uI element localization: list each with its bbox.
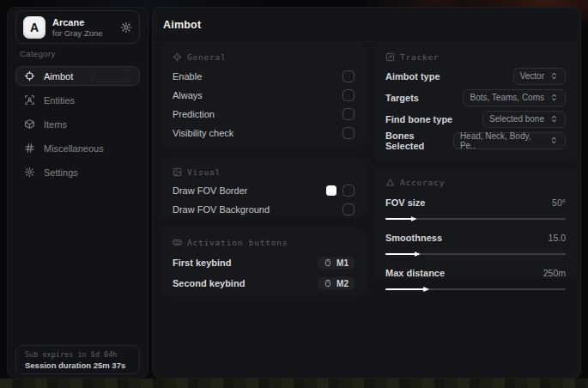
- setting-label: Targets: [385, 93, 419, 103]
- draw-fov-background-checkbox[interactable]: [342, 203, 355, 215]
- general-panel: General Enable Always Prediction Visibil…: [161, 42, 367, 147]
- setting-label: Draw FOV Background: [173, 204, 270, 215]
- sidebar-item-items[interactable]: Items: [15, 114, 140, 134]
- accuracy-panel-header: Accuracy: [385, 177, 566, 187]
- sidebar-item-settings[interactable]: Settings: [15, 162, 140, 182]
- prediction-checkbox[interactable]: [342, 108, 355, 120]
- slider-value: 50°: [552, 197, 566, 208]
- tracker-panel: Tracker Aimbot type Vector Targets: [373, 42, 578, 161]
- draw-fov-border-checkbox[interactable]: [342, 185, 355, 197]
- panel-title: Activation buttons: [187, 238, 288, 247]
- panel-title: Visual: [187, 167, 221, 177]
- fov-size-slider[interactable]: [385, 215, 566, 222]
- app-tagline: for Gray Zone: [52, 28, 103, 38]
- slider-group: Smoothness 15.0: [385, 231, 566, 258]
- setting-label: Find bone type: [385, 114, 452, 124]
- slider-group: Max distance 250m: [385, 266, 566, 293]
- image-icon: [173, 167, 182, 177]
- activation-panel-header: Activation buttons: [173, 237, 355, 247]
- max-distance-slider[interactable]: [385, 286, 566, 293]
- setting-label: Always: [173, 90, 203, 100]
- always-checkbox[interactable]: [342, 89, 355, 101]
- select-value: Vector: [520, 71, 544, 81]
- panel-title: Accuracy: [400, 178, 445, 187]
- select-value: Head, Neck, Body, Pe..: [460, 131, 545, 150]
- app-name: Arcane: [52, 17, 103, 28]
- find-bone-type-select[interactable]: Selected bone: [482, 111, 566, 128]
- chevrons-up-down-icon: [549, 136, 559, 145]
- tracker-panel-header: Tracker: [385, 52, 566, 62]
- mouse-icon: [324, 258, 332, 267]
- setting-row: Enable: [173, 67, 355, 86]
- sidebar-item-label: Entities: [44, 95, 75, 106]
- visibility-check-checkbox[interactable]: [342, 127, 355, 139]
- setting-label: Bones Selected: [385, 130, 453, 151]
- package-icon: [24, 118, 35, 130]
- setting-label: Draw FOV Border: [173, 185, 247, 196]
- session-duration-text: Session duration 25m 37s: [25, 360, 130, 371]
- slider-value: 15.0: [549, 233, 566, 243]
- category-label: Category: [20, 49, 148, 59]
- setting-label: Second keybind: [173, 278, 245, 288]
- mouse-icon: [324, 279, 332, 288]
- general-panel-header: General: [173, 52, 355, 62]
- visual-panel: Visual Draw FOV Border Draw FOV Backgrou…: [161, 157, 367, 217]
- setting-label: Prediction: [173, 109, 215, 119]
- sidebar-item-aimbot[interactable]: Aimbot: [15, 66, 140, 86]
- keybind-row: Second keybind M2: [173, 273, 355, 294]
- accuracy-panel: Accuracy FOV size 50° Smoothness 15.0: [373, 167, 578, 279]
- aimbot-type-select[interactable]: Vector: [513, 68, 566, 85]
- targets-select[interactable]: Bots, Teams, Coms: [463, 89, 566, 106]
- slider-label: FOV size: [385, 197, 425, 208]
- slider-thumb[interactable]: [415, 250, 423, 258]
- select-row: Aimbot type Vector: [385, 65, 566, 87]
- crosshair-icon: [173, 52, 182, 62]
- page-title: Aimbot: [163, 19, 201, 31]
- subscription-info: Sub expires in 6d 04h Session duration 2…: [15, 345, 140, 374]
- sidebar-item-miscellaneous[interactable]: Miscellaneous: [15, 138, 140, 158]
- app-logo: A: [23, 16, 45, 39]
- enable-checkbox[interactable]: [342, 70, 355, 82]
- slider-value: 250m: [543, 268, 566, 278]
- select-row: Bones Selected Head, Neck, Body, Pe..: [385, 130, 566, 151]
- bones-selected-select[interactable]: Head, Neck, Body, Pe..: [453, 132, 566, 149]
- second-keybind-button[interactable]: M2: [318, 277, 355, 290]
- tracker-icon: [385, 52, 395, 62]
- sidebar-item-label: Items: [44, 119, 67, 130]
- keybind-value: M2: [336, 279, 349, 288]
- sidebar-item-label: Settings: [44, 167, 78, 178]
- chevrons-up-down-icon: [549, 71, 559, 81]
- fov-border-color-swatch[interactable]: [326, 185, 336, 196]
- game-background-strip: [0, 379, 588, 388]
- setting-row: Draw FOV Background: [173, 200, 355, 219]
- sidebar-nav: Aimbot Entities Items: [8, 66, 148, 182]
- setting-label: Aimbot type: [385, 71, 440, 82]
- setting-row: Prediction: [173, 105, 355, 124]
- select-row: Find bone type Selected bone: [385, 108, 566, 130]
- select-row: Targets Bots, Teams, Coms: [385, 87, 566, 108]
- slider-thumb[interactable]: [411, 215, 420, 223]
- setting-row: Visibility check: [173, 124, 355, 142]
- gear-icon[interactable]: [120, 21, 132, 33]
- sidebar-item-entities[interactable]: Entities: [15, 90, 140, 110]
- slider-label: Smoothness: [385, 233, 442, 243]
- setting-label: Enable: [173, 71, 202, 82]
- sub-expires-text: Sub expires in 6d 04h: [25, 349, 130, 360]
- app-header: A Arcane for Gray Zone: [15, 10, 140, 44]
- slider-thumb[interactable]: [423, 285, 432, 294]
- crosshair-icon: [24, 70, 35, 82]
- keybind-row: First keybind M1: [173, 252, 355, 273]
- keyboard-icon: [173, 238, 182, 247]
- select-value: Bots, Teams, Coms: [470, 93, 544, 102]
- chevrons-up-down-icon: [549, 93, 559, 102]
- panel-title: Tracker: [400, 52, 439, 62]
- triangle-icon: [385, 178, 395, 187]
- first-keybind-button[interactable]: M1: [318, 257, 355, 270]
- smoothness-slider[interactable]: [385, 251, 566, 258]
- chevrons-up-down-icon: [549, 114, 559, 124]
- sidebar-item-label: Aimbot: [44, 71, 73, 82]
- setting-row: Always: [173, 86, 355, 105]
- slider-group: FOV size 50°: [385, 196, 566, 222]
- visual-panel-header: Visual: [173, 167, 355, 177]
- main-header: Aimbot: [153, 8, 580, 42]
